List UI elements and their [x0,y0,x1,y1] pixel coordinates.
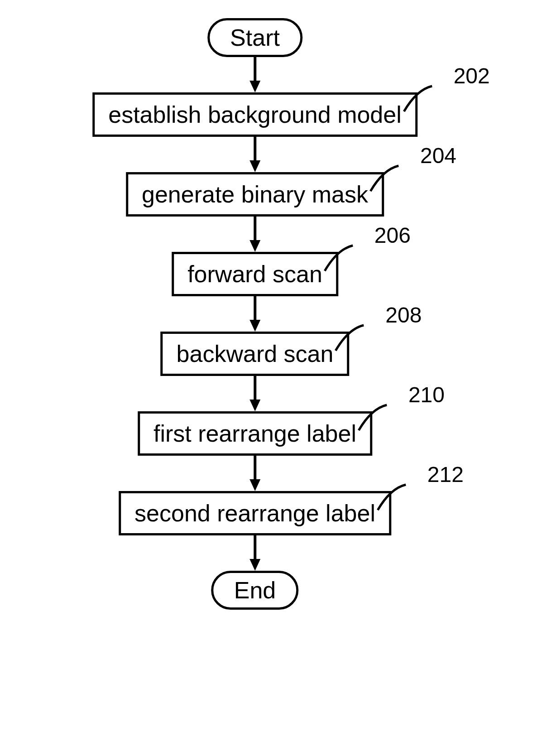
process-step: 204 generate binary mask [126,172,384,217]
svg-marker-9 [249,400,260,411]
ref-number: 202 [454,65,490,87]
ref-number: 206 [374,225,411,246]
process-step: 206 forward scan [172,252,338,296]
svg-marker-11 [249,479,260,491]
process-box: forward scan [172,252,338,296]
svg-marker-3 [249,160,260,172]
process-box: second rearrange label [119,491,391,535]
process-step: 202 establish background model [92,92,417,137]
callout-line [359,403,408,430]
ref-number: 204 [420,145,456,167]
process-box: first rearrange label [138,411,372,456]
end-terminal: End [211,571,299,610]
process-step: 208 backward scan [161,332,350,376]
callout-line [325,244,374,271]
arrow [246,535,264,571]
ref-number: 212 [427,464,464,486]
process-step: 210 first rearrange label [138,411,372,456]
callout-line [378,483,427,510]
arrow [246,456,264,491]
process-step: 212 second rearrange label [119,491,391,535]
process-box: generate binary mask [126,172,384,217]
callout-line [404,84,454,111]
process-box: establish background model [92,92,417,137]
arrow [246,137,264,172]
arrow [246,376,264,411]
callout-line [336,323,385,351]
svg-marker-13 [249,559,260,571]
start-terminal: Start [207,18,302,57]
ref-number: 210 [408,384,445,406]
svg-marker-5 [249,240,260,252]
arrow [246,57,264,92]
svg-marker-7 [249,320,260,332]
arrow [246,296,264,332]
flowchart: Start 202 establish background model 204… [92,18,417,610]
ref-number: 208 [385,304,422,326]
process-box: backward scan [161,332,350,376]
arrow [246,217,264,252]
callout-line [370,164,420,191]
svg-marker-1 [249,81,260,92]
